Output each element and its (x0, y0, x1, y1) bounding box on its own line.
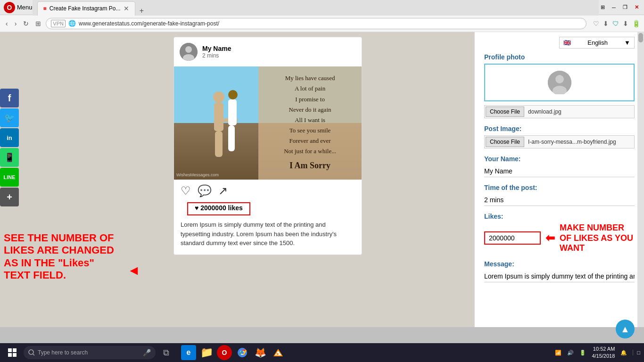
your-name-input[interactable] (484, 165, 635, 177)
vlc-app[interactable]: ▶ (271, 345, 286, 360)
url-input[interactable]: VPN 🌐 www.generatestatus.com/generate-fa… (46, 18, 586, 29)
svg-rect-8 (215, 131, 223, 157)
menu-label[interactable]: Menu (17, 4, 33, 11)
your-name-section: Your Name: (484, 155, 635, 177)
comment-icon[interactable]: 💬 (198, 184, 212, 197)
arrow-left-annotation: ◄ (127, 263, 140, 278)
social-sidebar: f 🐦 in 📱 LINE + (0, 32, 24, 207)
notifications-icon[interactable]: 🔔 (620, 350, 627, 356)
download-arrow-icon[interactable]: ⬇ (603, 20, 609, 27)
opera-gx-app[interactable]: O (217, 345, 232, 360)
time-of-post-label: Time of the post: (484, 184, 635, 191)
firefox-app[interactable]: 🦊 (253, 345, 268, 360)
back-btn[interactable]: ‹ (4, 20, 10, 27)
post-image-label: Post Image: (484, 125, 635, 132)
flag-icon: 🇬🇧 (563, 39, 571, 46)
favorite-icon[interactable]: ♡ (593, 20, 599, 27)
reload-btn[interactable]: ↻ (21, 20, 31, 27)
chrome-app[interactable] (235, 345, 250, 360)
profile-avatar-icon (548, 71, 571, 94)
facebook-btn[interactable]: f (0, 89, 19, 107)
annotation-text: SEE THE NUMBER OF LIKES ARE CHANGED AS I… (0, 230, 127, 284)
battery-icon[interactable]: 🔋 (579, 350, 586, 356)
ig-image-text: My lies have caused A lot of pain I prom… (258, 66, 362, 180)
battery-icon[interactable]: 🔋 (632, 20, 640, 27)
likes-row: ⬅ MAKE NUMBER OF LIKES AS YOU WANT (484, 223, 635, 254)
linkedin-btn[interactable]: in (0, 128, 19, 147)
profile-file-input: Choose File download.jpg (484, 105, 635, 118)
svg-point-6 (228, 90, 238, 99)
start-button[interactable] (4, 344, 21, 361)
edge-app[interactable]: e (181, 345, 196, 360)
taskbar-search[interactable]: Type here to search 🎤 (24, 346, 156, 359)
mic-icon[interactable]: 🎤 (143, 349, 151, 356)
show-desktop-btn[interactable]: □ (633, 350, 640, 355)
minimize-btn[interactable]: ─ (610, 4, 618, 11)
annotation-content: SEE THE NUMBER OF LIKES ARE CHANGED AS I… (4, 232, 114, 281)
right-panel: 🇬🇧 English ▼ Profile photo Choose File (474, 32, 644, 327)
scrollbar-thumb[interactable] (638, 33, 643, 42)
share-icon[interactable]: ↗ (218, 184, 228, 197)
lang-dropdown[interactable]: 🇬🇧 English ▼ (559, 37, 635, 49)
message-label: Message: (484, 260, 635, 268)
scroll-to-top-btn[interactable]: ▲ (616, 320, 635, 327)
like-icon[interactable]: ♡ (181, 184, 191, 197)
shield-icon[interactable]: 🛡 (612, 20, 619, 27)
taskbar-date-display: 4/15/2018 (592, 353, 615, 360)
tab-close-btn[interactable]: ✕ (124, 5, 129, 12)
svg-point-1 (185, 46, 192, 53)
ig-actions: ♡ 💬 ↗ (174, 180, 362, 202)
likes-field-section: Likes: ⬅ MAKE NUMBER OF LIKES AS YOU WAN… (484, 213, 635, 254)
whatsapp-btn[interactable]: 📱 (0, 148, 19, 167)
file-explorer-app[interactable]: 📁 (199, 345, 214, 360)
svg-point-3 (213, 91, 224, 103)
profile-file-name: download.jpg (528, 108, 561, 115)
ig-avatar (180, 43, 198, 61)
svg-rect-13 (8, 348, 12, 352)
ig-username: My Name (202, 45, 231, 52)
network-icon[interactable]: 📶 (555, 350, 561, 356)
message-section: Message: (484, 260, 635, 282)
post-image-choose-file-btn[interactable]: Choose File (486, 137, 524, 147)
likes-section: ♥ 2000000 likes (174, 202, 362, 218)
message-input[interactable] (484, 271, 635, 282)
opera-logo[interactable]: O (4, 2, 15, 13)
profile-choose-file-btn[interactable]: Choose File (486, 107, 524, 117)
svg-point-17 (29, 350, 33, 354)
ig-user-info: My Name 2 mins (202, 45, 231, 59)
search-icon (28, 349, 35, 356)
post-image-section: Post Image: Choose File I-am-sorry-messa… (484, 125, 635, 148)
likes-input[interactable] (484, 231, 541, 245)
twitter-btn[interactable]: 🐦 (0, 108, 19, 127)
lang-label: English (587, 39, 608, 46)
new-tab-btn[interactable]: + (137, 6, 147, 16)
taskbar: Type here to search 🎤 ⧉ e 📁 O 🦊 ▶ (0, 343, 644, 362)
taskbar-apps: e 📁 O 🦊 ▶ (181, 345, 286, 360)
svg-line-18 (33, 354, 34, 355)
task-view-btn[interactable]: ⧉ (158, 345, 173, 360)
close-btn[interactable]: ✕ (633, 4, 640, 11)
vertical-scrollbar[interactable] (637, 32, 644, 327)
line-btn[interactable]: LINE (0, 168, 19, 187)
taskbar-clock: 10:52 AM 4/15/2018 (592, 346, 615, 360)
ig-watermark: WishesMessages.com (176, 173, 219, 177)
svg-rect-15 (8, 353, 12, 357)
forward-btn[interactable]: › (13, 20, 19, 27)
taskbar-time-display: 10:52 AM (592, 346, 615, 353)
active-tab[interactable]: ■ Create Fake Instagram Po... ✕ (37, 1, 135, 16)
time-of-post-input[interactable] (484, 194, 635, 206)
post-image-file-name: I-am-sorry-messa...m-boyfriend.jpg (528, 139, 616, 145)
svg-point-11 (555, 75, 564, 83)
instagram-card: My Name 2 mins (173, 37, 362, 255)
download-icon[interactable]: ⬇ (623, 20, 628, 27)
time-of-post-section: Time of the post: (484, 184, 635, 206)
svg-rect-9 (228, 125, 235, 151)
profile-photo-label: Profile photo (484, 53, 635, 61)
volume-icon[interactable]: 🔊 (567, 350, 574, 356)
svg-rect-7 (228, 99, 237, 125)
add-social-btn[interactable]: + (0, 188, 19, 206)
tab-grid-btn[interactable]: ⊞ (33, 20, 43, 27)
maximize-btn[interactable]: ❐ (621, 4, 629, 11)
post-image-file-input: Choose File I-am-sorry-messa...m-boyfrie… (484, 135, 635, 148)
arrow-right-icon: ⬅ (545, 231, 555, 245)
